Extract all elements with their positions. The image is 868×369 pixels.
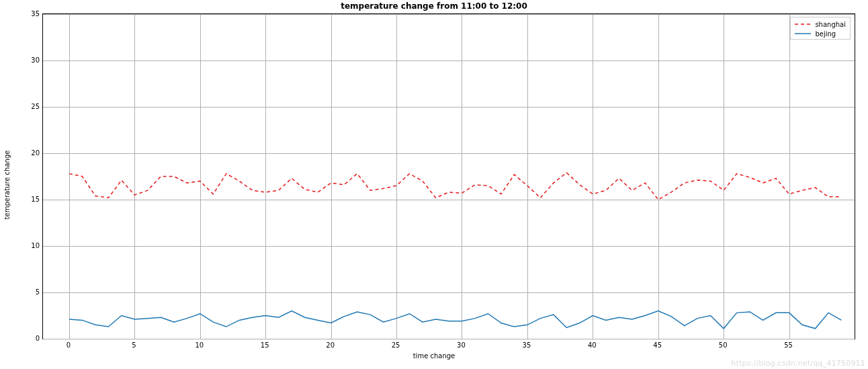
x-tick-label: 0 bbox=[67, 341, 71, 349]
x-tick-label: 15 bbox=[261, 341, 269, 349]
x-tick-label: 25 bbox=[392, 341, 400, 349]
y-tick-label: 10 bbox=[19, 242, 40, 249]
legend-label-shanghai: shanghai bbox=[815, 21, 846, 28]
y-tick-label: 25 bbox=[19, 103, 40, 110]
x-tick-label: 10 bbox=[195, 341, 204, 349]
chart-title: temperature change from 11:00 to 12:00 bbox=[0, 1, 868, 11]
legend-swatch-bejing bbox=[795, 30, 811, 37]
series-line-bejing bbox=[69, 311, 842, 329]
chart-lines bbox=[43, 14, 855, 339]
legend-entry-bejing: bejing bbox=[795, 29, 846, 38]
x-tick-label: 50 bbox=[719, 341, 728, 349]
legend-entry-shanghai: shanghai bbox=[795, 19, 846, 29]
grid-line-h bbox=[43, 339, 855, 339]
y-axis-label: temperature change bbox=[3, 150, 11, 219]
chart-container: temperature change from 11:00 to 12:00 s… bbox=[0, 0, 868, 369]
y-tick-label: 20 bbox=[19, 149, 40, 157]
y-tick-label: 15 bbox=[19, 196, 40, 203]
x-tick-label: 35 bbox=[523, 341, 531, 349]
x-tick-label: 30 bbox=[457, 341, 466, 349]
watermark-text: https://blog.csdn.net/qq_41750911 bbox=[731, 359, 865, 368]
legend-label-bejing: bejing bbox=[815, 30, 836, 38]
plot-area: shanghai bejing bbox=[42, 13, 855, 339]
series-line-shanghai bbox=[69, 173, 842, 200]
y-tick-label: 35 bbox=[19, 10, 40, 17]
y-tick-label: 30 bbox=[19, 56, 40, 64]
x-tick-label: 40 bbox=[588, 341, 597, 349]
x-tick-label: 45 bbox=[653, 341, 662, 349]
y-tick-label: 0 bbox=[19, 335, 40, 342]
x-tick-label: 55 bbox=[784, 341, 793, 349]
legend-swatch-shanghai bbox=[795, 21, 811, 28]
x-tick-label: 5 bbox=[132, 341, 136, 349]
legend: shanghai bejing bbox=[790, 17, 851, 40]
y-tick-label: 5 bbox=[19, 288, 40, 296]
x-tick-label: 20 bbox=[326, 341, 335, 349]
